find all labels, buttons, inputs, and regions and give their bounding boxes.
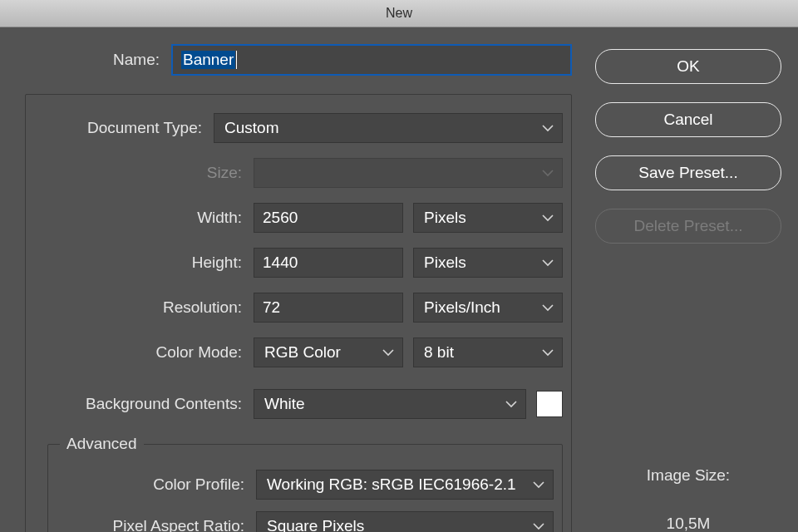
row-size: Size: <box>26 158 563 188</box>
settings-group: Document Type: Custom Size: <box>25 94 572 532</box>
doc-type-select[interactable]: Custom <box>214 113 563 143</box>
dialog-title: New <box>386 6 412 21</box>
bg-color-swatch[interactable] <box>536 391 563 417</box>
label-pixel-aspect: Pixel Aspect Ratio: <box>48 517 256 532</box>
dialog-titlebar: New <box>0 0 798 27</box>
label-resolution: Resolution: <box>26 298 254 317</box>
color-profile-select[interactable]: Working RGB: sRGB IEC61966-2.1 <box>256 470 554 500</box>
label-size: Size: <box>26 164 254 182</box>
row-pixel-aspect: Pixel Aspect Ratio: Square Pixels <box>48 511 554 532</box>
row-color-mode: Color Mode: RGB Color 8 bit <box>26 337 563 367</box>
chevron-down-icon <box>542 348 554 357</box>
cancel-button[interactable]: Cancel <box>595 102 781 137</box>
advanced-group: Advanced Color Profile: Working RGB: sRG… <box>47 444 563 532</box>
image-size-value: 10,5M <box>595 515 781 532</box>
delete-preset-button: Delete Preset... <box>595 209 781 244</box>
color-mode-select[interactable]: RGB Color <box>254 337 403 367</box>
image-size-label: Image Size: <box>595 317 781 485</box>
label-bg-contents: Background Contents: <box>26 395 254 413</box>
label-height: Height: <box>26 254 254 272</box>
size-select <box>254 158 563 188</box>
width-input[interactable] <box>254 203 403 233</box>
chevron-down-icon <box>542 124 554 132</box>
text-caret <box>236 51 237 69</box>
chevron-down-icon <box>542 259 554 267</box>
row-resolution: Resolution: Pixels/Inch <box>26 293 563 323</box>
bit-depth-select[interactable]: 8 bit <box>413 337 563 367</box>
name-input-selection: Banner <box>181 51 235 69</box>
height-unit-select[interactable]: Pixels <box>413 248 563 278</box>
chevron-down-icon <box>533 480 544 489</box>
chevron-down-icon <box>533 522 544 530</box>
height-input[interactable] <box>254 248 403 278</box>
bg-contents-select[interactable]: White <box>254 389 526 419</box>
label-color-mode: Color Mode: <box>26 343 254 362</box>
width-unit-select[interactable]: Pixels <box>413 203 563 233</box>
row-height: Height: Pixels <box>26 248 563 278</box>
row-width: Width: Pixels <box>26 203 563 233</box>
resolution-input[interactable] <box>254 293 403 323</box>
chevron-down-icon <box>382 348 394 357</box>
chevron-down-icon <box>505 400 517 408</box>
ok-button[interactable]: OK <box>595 49 781 84</box>
chevron-down-icon <box>542 169 554 177</box>
save-preset-button[interactable]: Save Preset... <box>595 155 781 190</box>
label-width: Width: <box>26 209 254 227</box>
pixel-aspect-select[interactable]: Square Pixels <box>256 511 554 532</box>
label-name: Name: <box>17 51 171 69</box>
chevron-down-icon <box>542 303 554 312</box>
row-name: Name: Banner <box>17 44 572 76</box>
row-color-profile: Color Profile: Working RGB: sRGB IEC6196… <box>48 470 554 500</box>
label-color-profile: Color Profile: <box>48 475 256 494</box>
label-doc-type: Document Type: <box>26 119 214 137</box>
name-input[interactable]: Banner <box>171 44 572 76</box>
row-doc-type: Document Type: Custom <box>26 113 563 143</box>
chevron-down-icon <box>542 214 554 222</box>
resolution-unit-select[interactable]: Pixels/Inch <box>413 293 563 323</box>
row-bg-contents: Background Contents: White <box>26 389 563 419</box>
advanced-title: Advanced <box>60 435 144 453</box>
